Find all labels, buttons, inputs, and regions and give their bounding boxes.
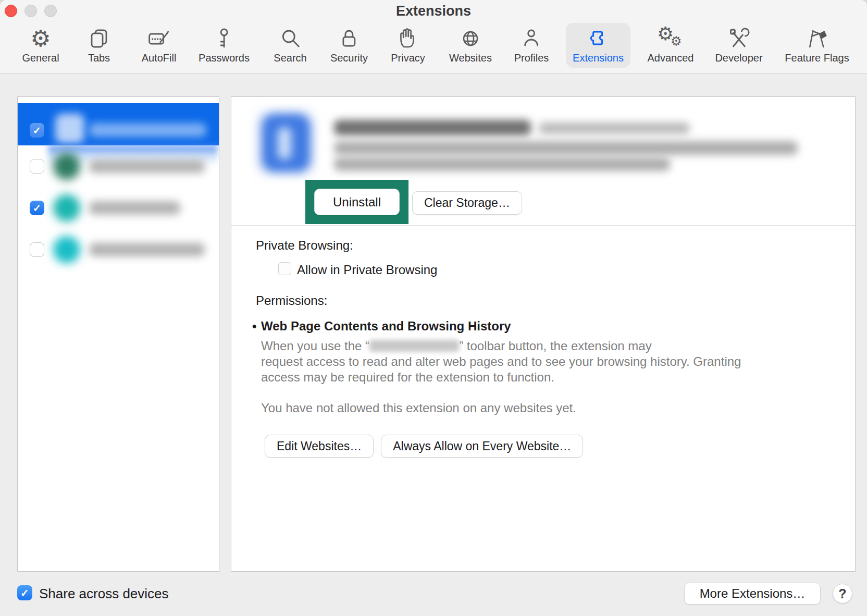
tab-label: Developer [715, 52, 762, 64]
tab-label: Privacy [391, 52, 425, 64]
window-title: Extensions [0, 3, 867, 19]
question-mark-icon: ? [838, 586, 846, 601]
extension-description-blurred [334, 141, 798, 155]
tab-privacy[interactable]: Privacy [384, 23, 432, 68]
extensions-list [17, 96, 219, 572]
tab-autofill[interactable]: AutoFill [135, 23, 183, 68]
tab-label: Advanced [648, 52, 694, 64]
tab-label: AutoFill [142, 52, 177, 64]
always-allow-button[interactable]: Always Allow on Every Website… [381, 435, 583, 458]
safari-settings-window: Extensions ⚙ General Tabs AutoF [0, 0, 867, 616]
hand-icon [397, 26, 419, 52]
share-across-devices-checkbox[interactable] [17, 585, 32, 600]
desc-text: request access to read and alter web pag… [261, 354, 824, 369]
tab-security[interactable]: Security [324, 23, 375, 68]
tab-label: Passwords [199, 52, 250, 64]
tab-tabs[interactable]: Tabs [81, 23, 117, 68]
tab-label: Websites [449, 52, 492, 64]
extension-description-blurred [334, 157, 670, 171]
extension-icon-glyph-blurred [278, 127, 291, 159]
permission-description: When you use the “” toolbar button, the … [261, 338, 824, 385]
uninstall-button[interactable]: Uninstall [314, 189, 400, 215]
tab-feature-flags[interactable]: Feature Flags [778, 23, 856, 68]
tab-label: Tabs [88, 52, 110, 64]
extension-name-blurred [89, 243, 205, 256]
search-icon [279, 26, 302, 52]
permission-item-title: Web Page Contents and Browsing History [261, 319, 511, 334]
tab-label: Security [330, 52, 368, 64]
uninstall-highlight-annotation: Uninstall [305, 180, 408, 224]
extension-title-blurred [334, 120, 531, 135]
desc-text: When you use the “ [261, 339, 369, 353]
extension-icon-blurred [53, 194, 80, 221]
extension-icon-blurred [53, 153, 80, 180]
header-divider [231, 225, 855, 226]
extension-row[interactable] [18, 145, 219, 187]
private-browsing-label: Private Browsing: [256, 238, 353, 253]
allow-private-browsing-label: Allow in Private Browsing [297, 263, 437, 277]
tab-general[interactable]: ⚙ General [15, 23, 66, 68]
globe-icon [459, 26, 482, 52]
tab-label: Profiles [514, 52, 549, 64]
extension-name-blurred [89, 201, 180, 215]
tab-extensions[interactable]: Extensions [566, 23, 630, 68]
extension-row[interactable] [18, 187, 219, 229]
titlebar-toolbar: Extensions ⚙ General Tabs AutoF [0, 0, 867, 74]
tab-passwords[interactable]: Passwords [192, 23, 256, 68]
tabs-icon [88, 26, 110, 52]
extension-icon-blurred [53, 236, 80, 263]
website-actions-row: Edit Websites… Always Allow on Every Web… [265, 435, 583, 458]
extension-name-blurred [89, 159, 205, 173]
permission-bullet: • [252, 319, 256, 334]
desc-text: access may be required for the extension… [261, 369, 824, 385]
person-icon [520, 26, 543, 52]
extension-enable-checkbox[interactable] [30, 159, 44, 174]
tab-label: Feature Flags [785, 52, 849, 64]
more-extensions-button[interactable]: More Extensions… [684, 583, 821, 605]
extension-enable-checkbox[interactable] [30, 201, 44, 215]
tab-advanced[interactable]: ⚙⚙ Advanced [641, 23, 701, 68]
clear-storage-button[interactable]: Clear Storage… [412, 191, 522, 215]
tab-websites[interactable]: Websites [442, 23, 499, 68]
key-icon [213, 26, 236, 52]
flags-icon [804, 26, 829, 52]
gears-icon: ⚙⚙ [657, 26, 684, 52]
extension-row[interactable] [18, 229, 219, 270]
edit-websites-button[interactable]: Edit Websites… [265, 435, 374, 458]
websites-status-text: You have not allowed this extension on a… [261, 401, 576, 415]
tab-search[interactable]: Search [267, 23, 313, 68]
extension-enable-checkbox[interactable] [30, 242, 44, 257]
tab-developer[interactable]: Developer [708, 23, 769, 68]
tab-label: Extensions [573, 52, 624, 64]
share-across-devices-label: Share across devices [39, 586, 169, 602]
tab-label: Search [274, 52, 306, 64]
tab-label: General [22, 52, 59, 64]
lock-icon [338, 26, 361, 52]
extension-name-inline-blurred [369, 340, 459, 352]
extension-enable-checkbox[interactable] [30, 123, 44, 138]
autofill-icon [147, 26, 170, 52]
puzzle-icon [587, 26, 610, 52]
extension-icon-blurred [55, 114, 84, 144]
developer-tools-icon [727, 26, 750, 52]
extension-row-selected[interactable] [18, 103, 219, 145]
permissions-label: Permissions: [256, 293, 327, 308]
extension-subtitle-blurred [539, 122, 690, 134]
extension-detail-panel: Uninstall Clear Storage… Private Browsin… [231, 96, 856, 572]
extension-name-blurred [89, 123, 206, 137]
help-button[interactable]: ? [833, 584, 852, 603]
tab-profiles[interactable]: Profiles [507, 23, 556, 68]
gear-icon: ⚙ [30, 26, 51, 52]
allow-private-browsing-checkbox[interactable] [278, 262, 291, 275]
desc-text: ” toolbar button, the extension may [459, 339, 652, 353]
